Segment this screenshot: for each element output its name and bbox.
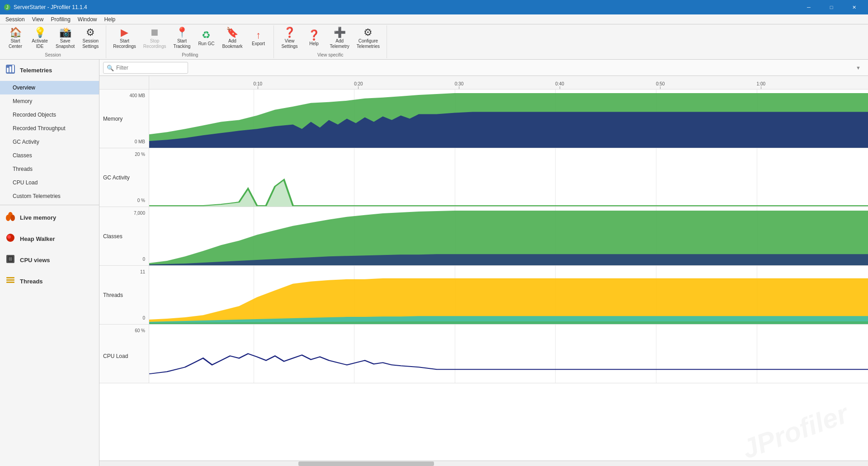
heap-walker-section[interactable]: Heap Walker bbox=[0, 228, 99, 249]
cpu-load-chart-label: CPU Load bbox=[103, 353, 145, 359]
start-recordings-button[interactable]: ▶ StartRecordings bbox=[110, 25, 139, 52]
configure-telemetries-icon: ⚙ bbox=[363, 28, 373, 38]
menu-session[interactable]: Session bbox=[2, 15, 28, 24]
svg-rect-3 bbox=[7, 68, 9, 72]
add-bookmark-icon: 🔖 bbox=[226, 28, 238, 38]
maximize-button[interactable]: □ bbox=[821, 0, 842, 14]
tick-1-00: 1:00 bbox=[757, 81, 765, 89]
tick-0-10: 0:10 bbox=[254, 81, 262, 89]
session-group-label: Session bbox=[45, 52, 61, 57]
timeline-header: 0:10 0:20 0:30 0:40 bbox=[99, 76, 868, 89]
stop-recordings-button: ⏹ StopRecordings bbox=[140, 25, 170, 52]
cpu-views-label: CPU views bbox=[20, 257, 50, 264]
add-bookmark-label: AddBookmark bbox=[222, 38, 242, 49]
activate-ide-button[interactable]: 💡 ActivateIDE bbox=[28, 25, 52, 52]
sidebar-item-threads[interactable]: Threads bbox=[0, 162, 99, 176]
tick-line-0-20 bbox=[358, 86, 359, 89]
threads-canvas bbox=[149, 266, 868, 324]
run-gc-icon: ♻ bbox=[202, 30, 211, 40]
toolbar-group-profiling: ▶ StartRecordings ⏹ StopRecordings 📍 Sta… bbox=[106, 25, 274, 58]
bottom-scrollbar[interactable] bbox=[99, 461, 868, 466]
filter-bar: 🔍 ▼ bbox=[99, 60, 868, 76]
add-telemetry-button[interactable]: ➕ AddTelemetry bbox=[326, 25, 352, 52]
memory-chart-row: 400 MB Memory 0 MB bbox=[99, 89, 868, 148]
toolbar-group-session: 🏠 StartCenter 💡 ActivateIDE 📸 SaveSnapsh… bbox=[0, 25, 106, 58]
session-settings-button[interactable]: ⚙ SessionSettings bbox=[79, 25, 102, 52]
window-title: ServerStarter - JProfiler 11.1.4 bbox=[14, 4, 798, 10]
svg-point-10 bbox=[7, 235, 11, 239]
menu-profiling[interactable]: Profiling bbox=[47, 15, 74, 24]
svg-rect-17 bbox=[6, 282, 14, 283]
cpu-y-max: 60 % bbox=[103, 328, 145, 333]
sidebar-item-overview[interactable]: Overview bbox=[0, 81, 99, 94]
svg-text:J: J bbox=[6, 5, 9, 10]
start-center-icon: 🏠 bbox=[9, 28, 22, 38]
threads-sidebar-section[interactable]: Threads bbox=[0, 271, 99, 292]
sidebar-item-recorded-objects[interactable]: Recorded Objects bbox=[0, 108, 99, 122]
sidebar-item-custom-telemetries[interactable]: Custom Telemetries bbox=[0, 189, 99, 203]
save-snapshot-label: SaveSnapshot bbox=[56, 38, 75, 49]
tick-label-0-50: 0:50 bbox=[656, 81, 665, 86]
memory-y-min: 0 MB bbox=[135, 139, 145, 144]
sidebar: Telemetries Overview Memory Recorded Obj… bbox=[0, 60, 99, 466]
tick-label-1-00: 1:00 bbox=[757, 81, 765, 86]
right-panel: 🔍 ▼ 0:10 0:20 bbox=[99, 60, 868, 466]
add-bookmark-button[interactable]: 🔖 AddBookmark bbox=[219, 25, 245, 52]
close-button[interactable]: ✕ bbox=[844, 0, 864, 14]
classes-y-max: 7,000 bbox=[103, 211, 145, 216]
sidebar-item-recorded-throughput[interactable]: Recorded Throughput bbox=[0, 122, 99, 135]
start-tracking-button[interactable]: 📍 StartTracking bbox=[170, 25, 193, 52]
save-snapshot-icon: 📸 bbox=[59, 28, 71, 38]
filter-input[interactable] bbox=[103, 62, 188, 74]
view-settings-button[interactable]: ❓ ViewSettings bbox=[278, 25, 301, 52]
sidebar-item-gc-activity[interactable]: GC Activity bbox=[0, 135, 99, 149]
menu-window[interactable]: Window bbox=[74, 15, 101, 24]
tick-0-30: 0:30 bbox=[455, 81, 463, 89]
menu-view[interactable]: View bbox=[28, 15, 47, 24]
session-settings-label: SessionSettings bbox=[82, 38, 99, 49]
start-center-button[interactable]: 🏠 StartCenter bbox=[4, 25, 27, 52]
threads-sidebar-label: Threads bbox=[20, 278, 43, 285]
main-content: Telemetries Overview Memory Recorded Obj… bbox=[0, 60, 868, 466]
svg-rect-15 bbox=[6, 277, 14, 278]
save-snapshot-button[interactable]: 📸 SaveSnapshot bbox=[52, 25, 78, 52]
stop-recordings-icon: ⏹ bbox=[150, 28, 160, 38]
chart-area[interactable]: 0:10 0:20 0:30 0:40 bbox=[99, 76, 868, 461]
start-recordings-label: StartRecordings bbox=[113, 38, 136, 49]
classes-label-area: 7,000 Classes 0 bbox=[99, 207, 149, 265]
svg-rect-4 bbox=[9, 66, 11, 72]
telemetries-section-header[interactable]: Telemetries bbox=[0, 60, 99, 81]
svg-rect-5 bbox=[12, 65, 14, 72]
menu-help[interactable]: Help bbox=[101, 15, 119, 24]
tick-line-0-50 bbox=[660, 86, 660, 89]
activate-ide-icon: 💡 bbox=[34, 28, 46, 38]
sidebar-item-classes[interactable]: Classes bbox=[0, 149, 99, 162]
help-button[interactable]: ❓ Help bbox=[302, 28, 326, 49]
threads-chart-svg bbox=[149, 266, 868, 324]
svg-rect-16 bbox=[6, 279, 14, 281]
minimize-button[interactable]: ─ bbox=[798, 0, 819, 14]
live-memory-label: Live memory bbox=[20, 214, 56, 221]
search-icon: 🔍 bbox=[107, 64, 114, 71]
gc-activity-chart-row: 20 % GC Activity 0 % bbox=[99, 148, 868, 207]
live-memory-section[interactable]: Live memory bbox=[0, 207, 99, 228]
classes-chart-row: 7,000 Classes 0 bbox=[99, 207, 868, 266]
tick-label-0-40: 0:40 bbox=[555, 81, 564, 86]
tick-label-0-10: 0:10 bbox=[254, 81, 262, 86]
cpu-views-section[interactable]: CPU views bbox=[0, 249, 99, 271]
sidebar-item-memory[interactable]: Memory bbox=[0, 94, 99, 108]
export-button[interactable]: ↑ Export bbox=[246, 28, 270, 49]
toolbar-group-view-specific: ❓ ViewSettings ❓ Help ➕ AddTelemetry ⚙ C… bbox=[274, 25, 387, 58]
start-tracking-label: StartTracking bbox=[173, 38, 190, 49]
memory-chart-label: Memory bbox=[103, 116, 145, 122]
gc-chart-svg bbox=[149, 148, 868, 207]
sidebar-item-cpu-load[interactable]: CPU Load bbox=[0, 176, 99, 189]
run-gc-button[interactable]: ♻ Run GC bbox=[194, 28, 218, 49]
cpu-load-label-area: 60 % CPU Load bbox=[99, 325, 149, 383]
help-label: Help bbox=[309, 41, 319, 47]
run-gc-label: Run GC bbox=[198, 41, 214, 47]
profiling-group-label: Profiling bbox=[182, 52, 198, 57]
configure-telemetries-button[interactable]: ⚙ ConfigureTelemetries bbox=[354, 25, 383, 52]
tick-0-50: 0:50 bbox=[656, 81, 665, 89]
filter-dropdown-icon[interactable]: ▼ bbox=[856, 65, 861, 71]
